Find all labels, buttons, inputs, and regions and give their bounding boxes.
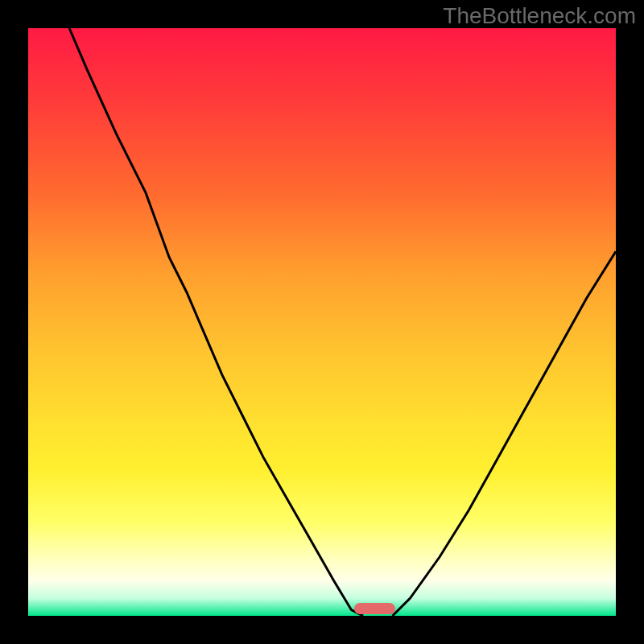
optimal-zone-marker: [354, 603, 395, 614]
left-curve-path: [69, 28, 363, 616]
plot-area: [28, 28, 616, 616]
chart-frame: TheBottleneck.com: [0, 0, 644, 644]
bottleneck-curves: [28, 28, 616, 616]
right-curve-path: [393, 251, 616, 616]
watermark-text: TheBottleneck.com: [443, 3, 636, 29]
